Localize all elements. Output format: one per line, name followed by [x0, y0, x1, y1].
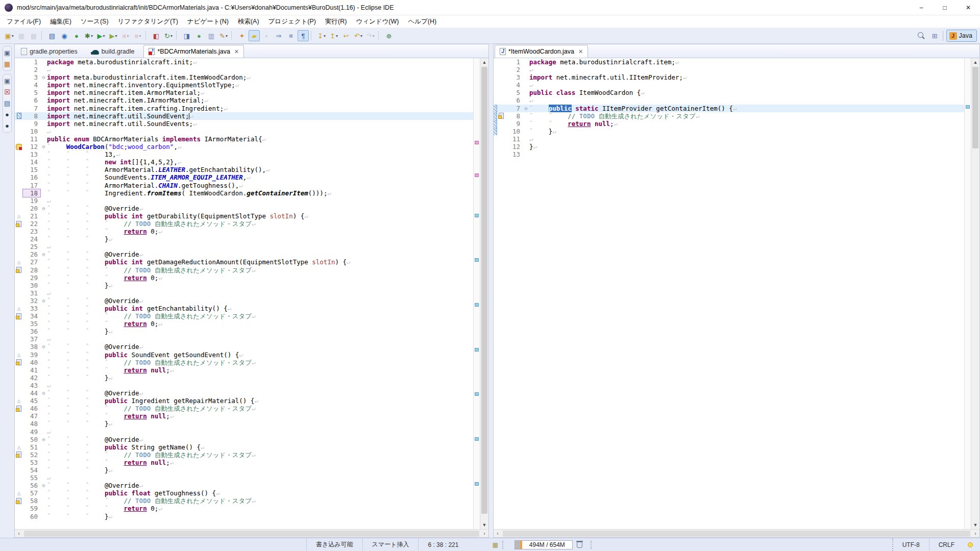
fold-marker[interactable]	[40, 128, 47, 135]
annotation-gutter[interactable]	[497, 66, 505, 73]
annotation-gutter[interactable]	[15, 96, 23, 104]
code-line[interactable]: 10 ˆ }↵	[494, 128, 964, 135]
code-line[interactable]: 7 import net.minecraft.item.crafting.Ing…	[15, 105, 473, 112]
fold-marker[interactable]	[40, 81, 47, 89]
annotation-gutter[interactable]	[15, 397, 23, 405]
code-line[interactable]: 27 ˆ ˆ ˆ public int getDamageReductionAm…	[15, 258, 473, 266]
annotation-gutter[interactable]	[15, 351, 23, 359]
mark-occurrences-button[interactable]: ▰ ▾	[249, 30, 260, 41]
annotation-gutter[interactable]	[497, 120, 505, 128]
overview-marker[interactable]	[475, 141, 479, 144]
fold-marker[interactable]	[40, 89, 47, 96]
open-perspective-icon[interactable]: ⊞	[932, 32, 938, 40]
overview-marker[interactable]	[475, 214, 479, 217]
code-line[interactable]: 4 ↵	[494, 81, 964, 89]
coverage-button[interactable]: ▶ ▾	[108, 30, 119, 41]
fold-marker[interactable]: ⊖	[40, 436, 47, 443]
fold-marker[interactable]	[40, 320, 47, 328]
annotation-gutter[interactable]	[15, 474, 23, 482]
previous-annotation-button[interactable]: ↥ ▾	[328, 30, 339, 41]
code-line[interactable]: 3 ⊖ import meta.burodustinrialcraft.item…	[15, 73, 473, 81]
annotation-gutter[interactable]	[15, 58, 23, 66]
code-line[interactable]: 37 ↵	[15, 335, 473, 343]
code-line[interactable]: 22 ˆ ˆ ˆ ˆ // TODO 自動生成されたメソッド・スタブ↵	[15, 220, 473, 228]
annotation-gutter[interactable]	[15, 158, 23, 166]
annotation-gutter[interactable]	[15, 428, 23, 436]
annotation-gutter[interactable]	[15, 489, 23, 497]
fold-marker[interactable]: ⊖	[40, 73, 47, 81]
code-line[interactable]: 13 ˆ ˆ ˆ 13,↵	[15, 151, 473, 158]
scroll-right-arrow[interactable]: ›	[480, 531, 488, 536]
search-torch-button[interactable]: ✦ ▾	[236, 30, 248, 41]
code-line[interactable]: 25 ↵	[15, 243, 473, 251]
code-line[interactable]: 33 ˆ ˆ ˆ public int getEnchantability() …	[15, 305, 473, 312]
annotation-gutter[interactable]	[15, 143, 23, 151]
horizontal-scrollbar-right[interactable]: ‹ ›	[494, 529, 979, 537]
code-line[interactable]: 43 ↵	[15, 382, 473, 389]
code-line[interactable]: 14 ˆ ˆ ˆ new int[]{1,4,5,2},↵	[15, 158, 473, 166]
annotation-gutter[interactable]	[15, 151, 23, 158]
code-line[interactable]: 17 ˆ ˆ ˆ ArmorMaterial.CHAIN.getToughnes…	[15, 182, 473, 189]
annotation-gutter[interactable]	[15, 436, 23, 443]
fold-marker[interactable]	[40, 66, 47, 73]
vertical-scrollbar-left[interactable]: ▲ ▼	[480, 58, 488, 529]
annotation-gutter[interactable]	[15, 189, 23, 197]
fold-marker[interactable]	[40, 266, 47, 274]
back-button[interactable]: ↶ ▾	[353, 30, 364, 41]
annotation-gutter[interactable]	[15, 412, 23, 420]
overview-marker[interactable]	[475, 173, 479, 177]
annotation-gutter[interactable]	[15, 73, 23, 81]
code-line[interactable]: 48 ˆ ˆ ˆ }↵	[15, 420, 473, 428]
code-line[interactable]: 18 ˆ ˆ ˆ Ingredient.fromItems( ItemWoodC…	[15, 189, 473, 197]
call-hierarchy-button[interactable]: ≡ ▾	[285, 30, 297, 41]
fold-marker[interactable]	[40, 243, 47, 251]
fold-marker[interactable]	[40, 359, 47, 366]
code-line[interactable]: 23 ˆ ˆ ˆ ˆ return 0;↵	[15, 228, 473, 235]
annotation-gutter[interactable]	[497, 151, 505, 158]
editor-tab[interactable]: gradle.properties	[16, 45, 87, 58]
code-line[interactable]: 59 ˆ ˆ ˆ ˆ return 0;↵	[15, 505, 473, 512]
code-editor-left[interactable]: 1 package meta.burodustinrialcraft.init;…	[15, 58, 473, 529]
annotation-gutter[interactable]	[497, 105, 505, 112]
new-wizard-button[interactable]: ▣ ▾	[4, 30, 15, 41]
horizontal-scrollbar-left[interactable]: ‹ ›	[15, 529, 488, 537]
code-line[interactable]: 42 ˆ ˆ ˆ }↵	[15, 374, 473, 382]
annotation-gutter[interactable]	[15, 451, 23, 459]
code-line[interactable]: 55 ↵	[15, 474, 473, 482]
fold-marker[interactable]	[40, 274, 47, 282]
annotation-gutter[interactable]	[15, 312, 23, 320]
code-line[interactable]: 8 import net.minecraft.util.SoundEvent;↵	[15, 112, 473, 120]
annotation-gutter[interactable]	[15, 251, 23, 258]
code-line[interactable]: 6 import net.minecraft.item.IArmorMateri…	[15, 96, 473, 104]
fold-marker[interactable]	[40, 405, 47, 412]
fold-marker[interactable]: ⊖	[523, 105, 529, 112]
fold-marker[interactable]: ⊖	[40, 482, 47, 489]
annotation-gutter[interactable]	[15, 282, 23, 289]
annotation-gutter[interactable]	[15, 459, 23, 466]
code-line[interactable]: 2 ↵	[15, 66, 473, 73]
scroll-left-arrow[interactable]: ‹	[494, 531, 502, 536]
code-line[interactable]: 29 ˆ ˆ ˆ ˆ return 0;↵	[15, 274, 473, 282]
annotation-gutter[interactable]	[497, 81, 505, 89]
code-line[interactable]: 12 }↵	[494, 143, 964, 151]
annotation-gutter[interactable]	[15, 205, 23, 212]
fold-marker[interactable]	[40, 489, 47, 497]
fold-marker[interactable]	[40, 451, 47, 459]
annotation-gutter[interactable]	[15, 258, 23, 266]
fold-marker[interactable]	[40, 173, 47, 181]
menu-item[interactable]: ヘルプ(H)	[403, 16, 441, 28]
code-line[interactable]: 34 ˆ ˆ ˆ ˆ // TODO 自動生成されたメソッド・スタブ↵	[15, 312, 473, 320]
external-annotations-button[interactable]: ✎ ▾	[218, 30, 229, 41]
annotation-gutter[interactable]	[15, 482, 23, 489]
code-line[interactable]: 44 ⊖ ˆ ˆ ˆ @Override↵	[15, 389, 473, 397]
scroll-thumb[interactable]	[481, 67, 487, 514]
annotation-gutter[interactable]	[15, 128, 23, 135]
console-view-button[interactable]: ▤	[4, 100, 10, 107]
next-annotation-button[interactable]: ↧ ▾	[316, 30, 327, 41]
fold-marker[interactable]	[40, 497, 47, 505]
annotation-gutter[interactable]	[15, 328, 23, 335]
fold-marker[interactable]	[523, 128, 529, 135]
code-line[interactable]: 9 ˆ ˆ return null;↵	[494, 120, 964, 128]
annotation-gutter[interactable]	[15, 505, 23, 512]
annotation-gutter[interactable]	[15, 66, 23, 73]
